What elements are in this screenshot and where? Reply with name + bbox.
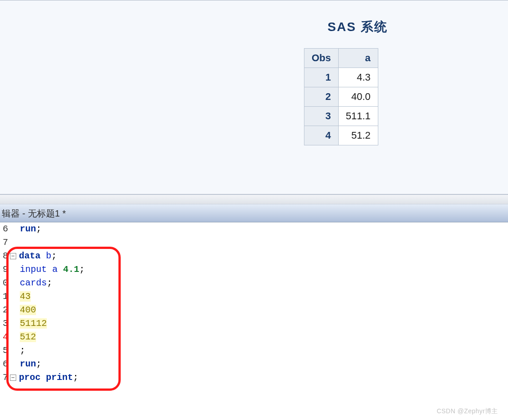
watermark: CSDN @Zephyr博主 [437, 407, 498, 415]
code-line[interactable]: 143 [0, 290, 508, 303]
code-line[interactable]: 0cards; [0, 276, 508, 290]
token-kw: run [20, 224, 36, 234]
token-semi: ; [73, 372, 78, 383]
col-header-obs: Obs [304, 49, 339, 68]
value-cell: 51.2 [338, 126, 378, 145]
code-content[interactable]: input a 4.1; [18, 263, 85, 276]
token-semi: ; [20, 345, 25, 356]
value-cell: 40.0 [338, 87, 378, 107]
token-data-lit: 43 [20, 291, 31, 302]
line-number: 7 [0, 236, 8, 249]
obs-cell: 1 [304, 68, 339, 87]
token-kw: proc print [19, 372, 73, 383]
table-row: 451.2 [304, 126, 378, 145]
token-kw: run [20, 359, 36, 369]
code-line[interactable]: 6run; [0, 222, 508, 236]
line-number: 9 [0, 263, 8, 276]
token-semi: ; [36, 359, 41, 369]
code-content[interactable]: cards; [18, 276, 52, 290]
token-semi: ; [79, 264, 85, 275]
line-number: 6 [0, 357, 8, 371]
editor-title-text: 辑器 - 无标题1 * [2, 208, 66, 218]
code-content[interactable]: data b; [17, 249, 57, 263]
code-content[interactable]: ; [18, 344, 25, 357]
editor-titlebar: 辑器 - 无标题1 * [0, 204, 508, 222]
code-line[interactable]: 2400 [0, 303, 508, 317]
token-kw: data [19, 251, 41, 261]
value-cell: 4.3 [338, 68, 378, 87]
line-number: 8 [0, 249, 8, 263]
token-ident: b [41, 251, 51, 261]
line-number: 1 [0, 290, 8, 303]
code-content[interactable]: 51112 [18, 317, 47, 330]
code-content[interactable]: run; [18, 222, 41, 236]
obs-cell: 4 [304, 126, 339, 145]
output-title: SAS 系统 [207, 18, 508, 36]
line-number: 3 [0, 317, 8, 330]
output-table: Obs a 14.3240.03511.1451.2 [304, 48, 378, 145]
obs-cell: 3 [304, 107, 339, 126]
token-ident: a [47, 264, 63, 275]
code-line[interactable]: 7 [0, 236, 508, 249]
table-row: 14.3 [304, 68, 378, 87]
token-ident: input [20, 264, 47, 275]
code-line[interactable]: 6run; [0, 357, 508, 371]
fold-toggle-icon[interactable]: − [10, 375, 16, 381]
token-data-lit: 400 [20, 305, 36, 315]
token-data-lit: 51112 [20, 318, 47, 329]
line-number: 2 [0, 303, 8, 317]
line-number: 7 [0, 371, 8, 384]
code-line[interactable]: 5; [0, 344, 508, 357]
code-line[interactable]: 4512 [0, 330, 508, 344]
editor-pane[interactable]: 6run;78−data b;9input a 4.1;0cards;14324… [0, 222, 508, 420]
code-content[interactable]: proc print; [17, 371, 78, 384]
value-cell: 511.1 [338, 107, 378, 126]
code-line[interactable]: 8−data b; [0, 249, 508, 263]
code-content[interactable]: 512 [18, 330, 36, 344]
table-header-row: Obs a [304, 49, 378, 68]
line-number: 5 [0, 344, 8, 357]
token-semi: ; [51, 251, 57, 261]
table-row: 3511.1 [304, 107, 378, 126]
code-content[interactable]: run; [18, 357, 41, 371]
code-content[interactable]: 400 [18, 303, 36, 317]
fold-toggle-icon[interactable]: − [10, 253, 16, 259]
code-content[interactable]: 43 [18, 290, 31, 303]
token-ident: cards [20, 278, 47, 288]
token-data-lit: 512 [20, 332, 36, 342]
line-number: 6 [0, 222, 8, 236]
output-pane: SAS 系统 Obs a 14.3240.03511.1451.2 [0, 0, 508, 194]
token-fmt: 4.1 [63, 264, 79, 275]
token-semi: ; [47, 278, 52, 288]
line-number: 0 [0, 276, 8, 290]
obs-cell: 2 [304, 87, 339, 107]
code-line[interactable]: 9input a 4.1; [0, 263, 508, 276]
table-row: 240.0 [304, 87, 378, 107]
code-line[interactable]: 7−proc print; [0, 371, 508, 384]
line-number: 4 [0, 330, 8, 344]
code-line[interactable]: 351112 [0, 317, 508, 330]
token-semi: ; [36, 224, 41, 234]
col-header-a: a [338, 49, 378, 68]
pane-divider[interactable] [0, 194, 508, 204]
